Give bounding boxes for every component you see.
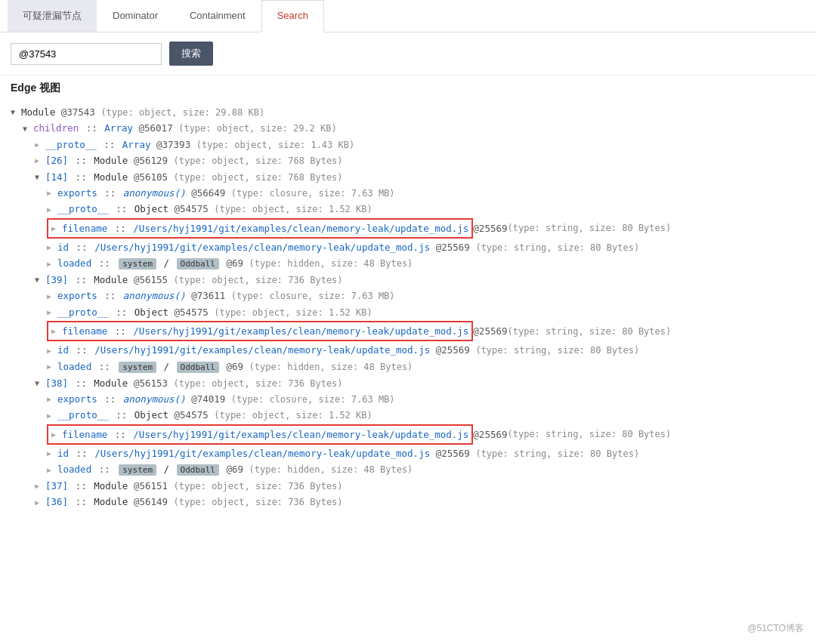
toggle-icon[interactable] [47,306,57,319]
tree-row: exports :: anonymous() @74019 (type: clo… [11,391,805,407]
toggle-icon[interactable] [47,344,57,357]
toggle-icon[interactable] [47,447,57,460]
row-label: [37] :: Module @56151 (type: object, siz… [45,478,343,494]
row-label: [38] :: Module @56153 (type: object, siz… [45,375,343,391]
toggle-icon[interactable] [47,290,57,303]
tree-row: Module @37543 (type: object, size: 29.88… [11,104,805,120]
toggle-icon[interactable] [11,106,21,119]
toggle-icon[interactable] [35,496,45,509]
row-label: exports :: anonymous() @74019 (type: clo… [57,391,395,407]
path-link[interactable]: /Users/hyj1991/git/examples/clean/memory… [94,448,430,459]
tree-row: children :: Array @56017 (type: object, … [11,120,805,136]
toggle-icon[interactable] [51,222,62,235]
row-label: id :: /Users/hyj1991/git/examples/clean/… [57,445,639,461]
row-label: children :: Array @56017 (type: object, … [33,120,337,136]
row-label: [26] :: Module @56129 (type: object, siz… [45,153,343,168]
toggle-icon[interactable] [47,241,57,254]
toggle-icon[interactable] [35,171,45,183]
tree-row: loaded :: system / Oddball @69 (type: hi… [11,359,805,375]
tab-containment[interactable]: Containment [174,0,261,32]
toggle-icon[interactable] [35,138,45,151]
row-label: exports :: anonymous() @56649 (type: clo… [57,185,395,201]
tree-row: loaded :: system / Oddball @69 (type: hi… [11,461,805,478]
toggle-icon[interactable] [35,154,45,167]
toggle-icon[interactable] [47,360,57,373]
highlighted-row: filename :: /Users/hyj1991/git/examples/… [47,218,473,239]
row-label: exports :: anonymous() @73611 (type: clo… [57,288,395,304]
path-link[interactable]: /Users/hyj1991/git/examples/clean/memory… [94,344,430,356]
toggle-icon[interactable] [47,393,57,405]
system-badge: system [119,362,156,373]
search-input[interactable] [11,43,162,65]
tree-row: exports :: anonymous() @73611 (type: clo… [11,288,805,304]
search-button[interactable]: 搜索 [169,42,213,66]
oddball-badge: Oddball [177,258,219,270]
tree-row: [26] :: Module @56129 (type: object, siz… [11,153,805,168]
row-label: __proto__ :: Array @37393 (type: object,… [45,137,354,153]
row-label: filename :: /Users/hyj1991/git/examples/… [62,220,468,236]
toggle-icon[interactable] [35,273,45,286]
toggle-icon[interactable] [47,186,57,199]
tree-row: __proto__ :: Object @54575 (type: object… [11,407,805,423]
row-label: id :: /Users/hyj1991/git/examples/clean/… [57,239,639,255]
toggle-icon[interactable] [47,464,57,476]
row-label: loaded :: system / Oddball @69 (type: hi… [57,255,413,272]
toggle-icon[interactable] [35,479,45,492]
toggle-icon[interactable] [47,257,57,270]
system-badge: system [119,258,156,270]
row-label: id :: /Users/hyj1991/git/examples/clean/… [57,342,639,358]
tree-row: id :: /Users/hyj1991/git/examples/clean/… [11,239,805,255]
row-label: filename :: /Users/hyj1991/git/examples/… [62,427,468,442]
row-label: [39] :: Module @56155 (type: object, siz… [45,272,343,288]
tree-row: [39] :: Module @56155 (type: object, siz… [11,272,805,288]
path-link[interactable]: /Users/hyj1991/git/examples/clean/memory… [94,242,430,253]
row-label: [14] :: Module @56105 (type: object, siz… [45,169,343,185]
toggle-icon[interactable] [23,122,33,135]
tree-row: [38] :: Module @56153 (type: object, siz… [11,375,805,391]
row-label: __proto__ :: Object @54575 (type: object… [57,407,372,423]
tab-bar: 可疑泄漏节点 Dominator Containment Search [0,0,816,32]
tree-row: [37] :: Module @56151 (type: object, siz… [11,478,805,494]
section-title: Edge 视图 [0,75,816,101]
toggle-icon[interactable] [51,325,62,337]
row-label: filename :: /Users/hyj1991/git/examples/… [62,323,468,339]
tree-row: filename :: /Users/hyj1991/git/examples/… [11,320,805,342]
toggle-icon[interactable] [47,409,57,422]
tab-search[interactable]: Search [261,0,324,32]
tree-row: loaded :: system / Oddball @69 (type: hi… [11,255,805,272]
oddball-badge: Oddball [177,362,219,373]
row-label: loaded :: system / Oddball @69 (type: hi… [57,359,413,375]
path-link[interactable]: /Users/hyj1991/git/examples/clean/memory… [133,325,468,337]
main-content: 搜索 Edge 视图 Module @37543 (type: object, … [0,32,816,631]
tree-container: Module @37543 (type: object, size: 29.88… [0,101,816,525]
highlighted-row: filename :: /Users/hyj1991/git/examples/… [47,321,473,341]
tree-row: __proto__ :: Object @54575 (type: object… [11,201,805,217]
search-bar: 搜索 [0,32,816,75]
row-label: loaded :: system / Oddball @69 (type: hi… [57,461,413,478]
row-label: Module @37543 (type: object, size: 29.88… [21,104,264,120]
tree-row: id :: /Users/hyj1991/git/examples/clean/… [11,342,805,358]
toggle-icon[interactable] [51,428,62,441]
tree-row: __proto__ :: Array @37393 (type: object,… [11,137,805,153]
tree-row: [14] :: Module @56105 (type: object, siz… [11,169,805,185]
system-badge: system [119,464,156,476]
tree-row: exports :: anonymous() @56649 (type: clo… [11,185,805,201]
path-link[interactable]: /Users/hyj1991/git/examples/clean/memory… [133,429,468,440]
toggle-icon[interactable] [47,203,57,216]
tree-row: filename :: /Users/hyj1991/git/examples/… [11,217,805,239]
tree-row: id :: /Users/hyj1991/git/examples/clean/… [11,445,805,461]
row-label: __proto__ :: Object @54575 (type: object… [57,304,372,320]
tree-row: filename :: /Users/hyj1991/git/examples/… [11,424,805,445]
toggle-icon[interactable] [35,377,45,390]
row-label: __proto__ :: Object @54575 (type: object… [57,201,372,217]
tab-leak-nodes[interactable]: 可疑泄漏节点 [8,0,97,32]
row-label: [36] :: Module @56149 (type: object, siz… [45,494,343,510]
tree-row: __proto__ :: Object @54575 (type: object… [11,304,805,320]
tree-row: [36] :: Module @56149 (type: object, siz… [11,494,805,510]
path-link[interactable]: /Users/hyj1991/git/examples/clean/memory… [133,223,468,234]
highlighted-row: filename :: /Users/hyj1991/git/examples/… [47,424,473,445]
oddball-badge: Oddball [177,464,219,476]
watermark: @51CTO博客 [747,622,804,631]
tab-dominator[interactable]: Dominator [97,0,174,32]
